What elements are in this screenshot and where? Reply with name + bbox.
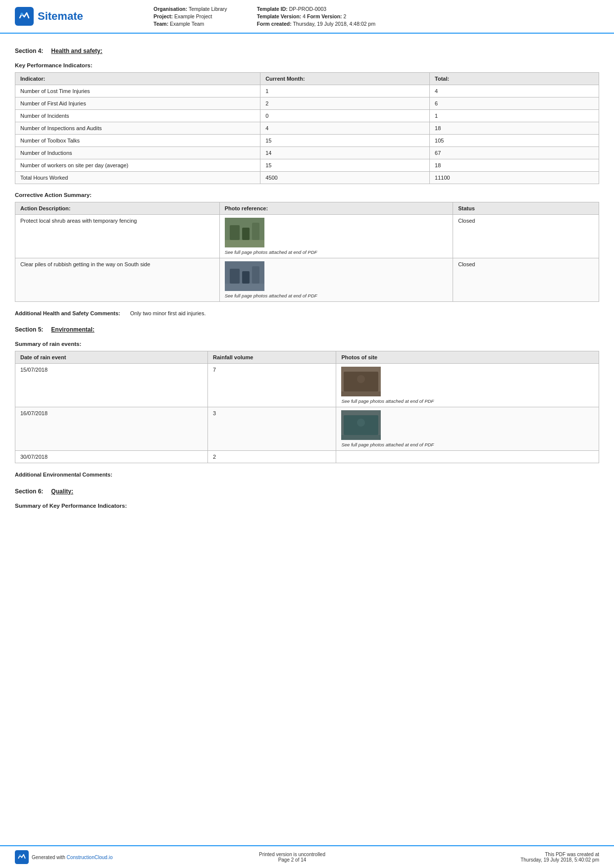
corrective-col-photo: Photo reference: (219, 202, 453, 215)
section4-label: Section 4: (15, 48, 43, 54)
rain-header-row: Date of rain event Rainfall volume Photo… (15, 351, 599, 364)
kpi-row: Number of Toolbox Talks 15 105 (15, 135, 599, 147)
footer-created-value: Thursday, 19 July 2018, 5:40:02 pm (460, 857, 599, 863)
meta-col-left: Organisation: Template Library Project: … (154, 6, 227, 27)
section4-title: Health and safety: (51, 48, 102, 54)
footer-center: Printed version is uncontrolled Page 2 o… (139, 852, 446, 863)
kpi-col-total: Total: (430, 73, 599, 85)
health-comments-row: Additional Health and Safety Comments: O… (15, 310, 599, 317)
rain-photos: See full page photos attached at end of … (336, 407, 599, 451)
photo-note: See full page photos attached at end of … (225, 249, 448, 255)
svg-rect-9 (242, 271, 250, 284)
health-comments-label: Additional Health and Safety Comments: (15, 310, 120, 317)
header-meta: Organisation: Template Library Project: … (124, 6, 599, 27)
rain-col-volume: Rainfall volume (208, 351, 336, 364)
template-version-line: Template Version: 4 Form Version: 2 (257, 13, 376, 19)
photo-thumbnail (225, 261, 264, 291)
rain-volume: 3 (208, 407, 336, 451)
kpi-indicator: Number of Lost Time Injuries (15, 85, 260, 97)
meta-col-right: Template ID: DP-PROD-0003 Template Versi… (257, 6, 376, 27)
corrective-heading: Corrective Action Summary: (15, 192, 599, 198)
svg-rect-5 (252, 223, 259, 240)
svg-point-14 (357, 375, 365, 383)
footer-created-label: This PDF was created at (460, 852, 599, 857)
rain-photo-thumbnail (341, 410, 381, 440)
corrective-col-status: Status (453, 202, 599, 215)
sitemate-logo-icon (15, 7, 34, 26)
svg-point-18 (357, 419, 365, 427)
kpi-total: 11100 (430, 172, 599, 184)
logo-area: Sitemate (15, 7, 124, 26)
svg-rect-8 (230, 269, 240, 284)
svg-rect-4 (242, 228, 250, 240)
corrective-row: Clear piles of rubbish getting in the wa… (15, 258, 599, 302)
rain-photo-note: See full page photos attached at end of … (341, 442, 594, 447)
kpi-total: 105 (430, 135, 599, 147)
rain-photo-note: See full page photos attached at end of … (341, 398, 594, 404)
corrective-row: Protect local shrub areas with temporary… (15, 215, 599, 258)
corrective-desc: Clear piles of rubbish getting in the wa… (15, 258, 220, 302)
rain-date: 16/07/2018 (15, 407, 208, 451)
kpi-row: Number of Lost Time Injuries 1 4 (15, 85, 599, 97)
rain-row: 15/07/2018 7 See full page photos attach… (15, 364, 599, 407)
corrective-photo: See full page photos attached at end of … (219, 215, 453, 258)
photo-thumbnail (225, 218, 264, 247)
svg-rect-11 (225, 284, 264, 291)
svg-point-21 (19, 854, 21, 856)
env-comments-label: Additional Environmental Comments: (15, 471, 112, 479)
kpi-indicator: Number of Inductions (15, 147, 260, 159)
footer-logo: Generated with ConstructionCloud.io (15, 850, 124, 864)
kpi-total: 4 (430, 85, 599, 97)
photo-note: See full page photos attached at end of … (225, 293, 448, 298)
rain-date: 30/07/2018 (15, 451, 208, 463)
rain-volume: 2 (208, 451, 336, 463)
footer-logo-icon (15, 850, 29, 864)
kpi-current: 0 (260, 110, 430, 122)
footer-link[interactable]: ConstructionCloud.io (67, 855, 113, 860)
corrective-desc: Protect local shrub areas with temporary… (15, 215, 220, 258)
rain-row: 16/07/2018 3 See full page photos attach… (15, 407, 599, 451)
kpi-total: 18 (430, 122, 599, 135)
kpi-row: Number of workers on site per day (avera… (15, 159, 599, 172)
project-line: Project: Example Project (154, 13, 227, 19)
rain-col-photos: Photos of site (336, 351, 599, 364)
kpi-heading: Key Performance Indicators: (15, 62, 599, 68)
health-comments-value: Only two minor first aid injuries. (130, 310, 206, 317)
section6-heading: Section 6: Quality: (15, 488, 599, 495)
kpi-col-current: Current Month: (260, 73, 430, 85)
rain-volume: 7 (208, 364, 336, 407)
kpi-row: Total Hours Worked 4500 11100 (15, 172, 599, 184)
rain-heading: Summary of rain events: (15, 341, 599, 347)
corrective-col-desc: Action Description: (15, 202, 220, 215)
kpi-col-indicator: Indicator: (15, 73, 260, 85)
kpi-row: Number of Incidents 0 1 (15, 110, 599, 122)
kpi-table: Indicator: Current Month: Total: Number … (15, 72, 599, 184)
kpi-indicator: Number of First Aid Injuries (15, 97, 260, 110)
kpi-total: 18 (430, 159, 599, 172)
section5-label: Section 5: (15, 326, 43, 333)
svg-rect-6 (225, 240, 264, 247)
svg-rect-19 (341, 435, 381, 440)
rain-col-date: Date of rain event (15, 351, 208, 364)
kpi-indicator: Number of Incidents (15, 110, 260, 122)
kpi-indicator: Total Hours Worked (15, 172, 260, 184)
team-line: Team: Example Team (154, 21, 227, 27)
org-line: Organisation: Template Library (154, 6, 227, 12)
rain-photos (336, 451, 599, 463)
kpi-indicator: Number of workers on site per day (avera… (15, 159, 260, 172)
section6-title: Quality: (51, 488, 73, 495)
main-content: Section 4: Health and safety: Key Perfor… (0, 34, 614, 557)
section4-heading: Section 4: Health and safety: (15, 48, 599, 54)
kpi-current: 4 (260, 122, 430, 135)
section5-heading: Section 5: Environmental: (15, 326, 599, 333)
page-header: Sitemate Organisation: Template Library … (0, 0, 614, 34)
section5-title: Environmental: (51, 326, 94, 333)
footer-right: This PDF was created at Thursday, 19 Jul… (460, 852, 599, 863)
page-footer: Generated with ConstructionCloud.io Prin… (0, 845, 614, 868)
logo-text: Sitemate (38, 10, 83, 23)
rain-date: 15/07/2018 (15, 364, 208, 407)
svg-rect-3 (230, 225, 240, 240)
template-id-line: Template ID: DP-PROD-0003 (257, 6, 376, 12)
corrective-header-row: Action Description: Photo reference: Sta… (15, 202, 599, 215)
kpi-current: 15 (260, 159, 430, 172)
